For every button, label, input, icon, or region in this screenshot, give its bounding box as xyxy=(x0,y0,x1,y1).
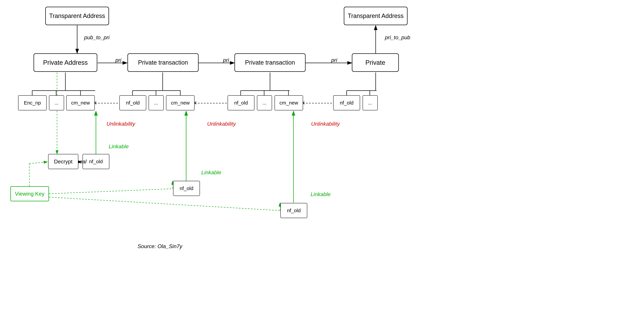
dots-2: ... xyxy=(148,95,164,110)
private-address: Private Address xyxy=(34,53,97,72)
viewing-key: Viewing Key xyxy=(10,186,49,201)
nf-old-3: nf_old xyxy=(333,95,360,110)
svg-line-37 xyxy=(29,162,48,164)
private-transaction-2: Private transaction xyxy=(234,53,306,72)
svg-line-40 xyxy=(49,189,173,194)
pri-label-2: pri xyxy=(223,57,229,63)
dots-3: ... xyxy=(257,95,272,110)
pri-label-3: pri xyxy=(331,57,337,63)
nf-old-dec: nf_old xyxy=(82,154,109,169)
cm-new-1: cm_new xyxy=(66,95,95,110)
nf-old-1: nf_old xyxy=(120,95,146,110)
source-label: Source: Ola_Sin7y xyxy=(138,243,182,250)
cm-new-2: cm_new xyxy=(166,95,194,110)
private-transaction-1: Private transaction xyxy=(128,53,198,72)
dots-1: ... xyxy=(49,95,64,110)
enc-np: Enc_np xyxy=(18,95,46,110)
linkable-1: Linkable xyxy=(109,144,129,150)
decrypt-node: Decrypt xyxy=(48,154,78,169)
linkable-2: Linkable xyxy=(201,170,221,176)
linkable-3: Linkable xyxy=(310,191,330,198)
transparent-address-1: Transparent Address xyxy=(45,7,109,25)
pub-to-pri-label: pub_to_pri xyxy=(84,34,110,40)
unlinkability-2: Unlinkability xyxy=(207,121,236,127)
svg-line-43 xyxy=(49,197,280,210)
cm-new-3: cm_new xyxy=(274,95,303,110)
unlinkability-1: Unlinkability xyxy=(106,121,135,127)
dots-4: ... xyxy=(362,95,378,110)
transparent-address-2: Transparent Address xyxy=(344,7,408,25)
pri-to-pub-label: pri_to_pub xyxy=(385,34,410,40)
unlinkability-3: Unlinkability xyxy=(311,121,340,127)
private-node: Private xyxy=(352,53,399,72)
nf-old-2: nf_old xyxy=(228,95,254,110)
pri-label-1: pri xyxy=(116,57,122,63)
diagram-container: ✕ ✕ ✕ Transparent Address Pri xyxy=(0,0,644,309)
nf-old-vk2: nf_old xyxy=(173,181,200,196)
nf-old-vk3: nf_old xyxy=(280,203,307,218)
cal-label: cal xyxy=(80,158,86,165)
